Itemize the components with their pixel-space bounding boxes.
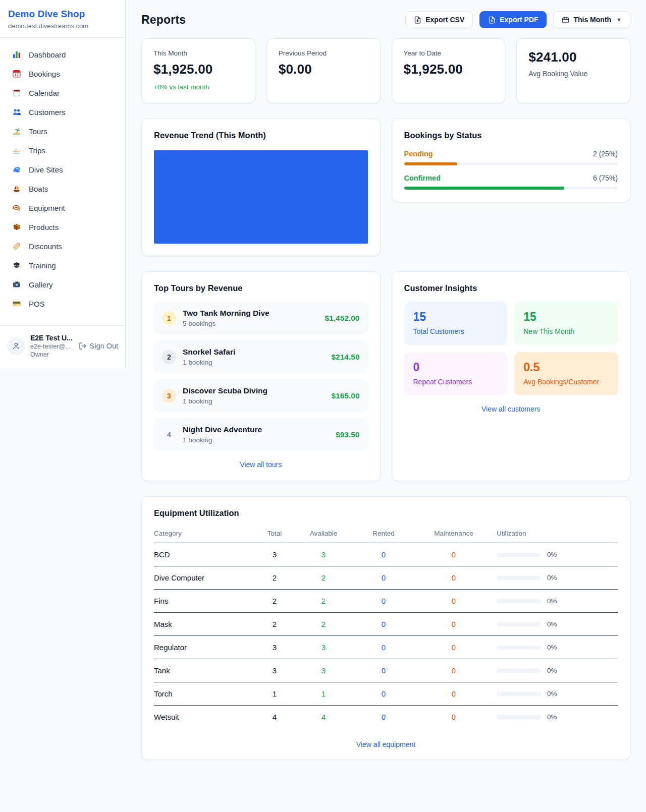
sidebar-item-discounts[interactable]: Discounts xyxy=(6,237,119,256)
cell-available: 2 xyxy=(291,597,356,605)
sidebar-item-label: Equipment xyxy=(29,204,65,212)
sidebar-item-label: Tours xyxy=(29,127,47,136)
file-download-icon xyxy=(414,16,421,24)
sidebar-item-tours[interactable]: Tours xyxy=(6,122,119,141)
rank-badge: 1 xyxy=(162,311,176,325)
tile-value: 15 xyxy=(413,310,499,324)
utilization-bar xyxy=(497,646,541,650)
sidebar-item-boats[interactable]: Boats xyxy=(6,179,119,198)
table-row: Torch 1 1 0 0 0% xyxy=(154,682,618,706)
cell-available: 2 xyxy=(291,620,356,628)
cell-total: 2 xyxy=(258,620,291,628)
tour-list-item: 4 Night Dive Adventure 1 booking $93.50 xyxy=(154,418,368,451)
palm-island-icon xyxy=(12,127,21,136)
sidebar-item-calendar[interactable]: Calendar xyxy=(6,83,119,102)
customer-insights-card: Customer Insights 15 Total Customers 15 … xyxy=(392,271,631,481)
tour-name: Night Dive Adventure xyxy=(183,425,329,434)
status-bar-fill xyxy=(404,162,458,165)
user-box: E2E Test U... e2e-tester@... Owner Sign … xyxy=(0,325,125,368)
cell-maintenance: 0 xyxy=(411,689,497,698)
status-row-pending: Pending 2 (25%) xyxy=(404,150,618,165)
sidebar-nav: Dashboard 17 Bookings Calendar Customers… xyxy=(0,38,125,318)
sidebar-rail: Demo Dive Shop demo.test.divestreams.com… xyxy=(0,0,126,368)
sidebar-item-dashboard[interactable]: Dashboard xyxy=(6,45,119,64)
table-row: BCD 3 3 0 0 0% xyxy=(154,543,618,566)
period-dropdown[interactable]: This Month ▼ xyxy=(553,11,630,28)
status-count: 6 (75%) xyxy=(593,174,618,182)
sidebar-item-bookings[interactable]: 17 Bookings xyxy=(6,64,119,83)
bookings-by-status-title: Bookings by Status xyxy=(404,131,618,140)
utilization-percent: 0% xyxy=(547,620,557,628)
package-icon xyxy=(12,222,21,231)
utilization-bar xyxy=(497,692,541,696)
view-all-customers-link[interactable]: View all customers xyxy=(404,405,618,413)
sidebar-item-dive-sites[interactable]: Dive Sites xyxy=(6,160,119,179)
revenue-trend-title: Revenue Trend (This Month) xyxy=(154,131,368,140)
utilization-percent: 0% xyxy=(547,574,557,582)
insight-tile-repeat-customers: 0 Repeat Customers xyxy=(404,352,508,395)
col-header-maintenance: Maintenance xyxy=(411,530,497,537)
shop-name: Demo Dive Shop xyxy=(8,9,117,20)
stat-label: Year to Date xyxy=(404,49,494,57)
sign-out-label: Sign Out xyxy=(90,342,118,350)
cell-available: 3 xyxy=(291,550,356,559)
cell-available: 3 xyxy=(291,666,356,675)
sidebar-item-equipment[interactable]: Equipment xyxy=(6,198,119,217)
export-pdf-button[interactable]: Export PDF xyxy=(479,11,547,28)
cell-rented: 0 xyxy=(356,643,411,652)
wave-icon xyxy=(12,165,21,174)
sidebar-item-gallery[interactable]: Gallery xyxy=(6,275,119,294)
cell-category: Fins xyxy=(154,597,258,605)
tour-bookings: 1 booking xyxy=(183,359,325,366)
sidebar-item-label: Bookings xyxy=(29,70,60,78)
dive-mask-icon xyxy=(12,203,21,212)
sidebar-item-training[interactable]: Training xyxy=(6,256,119,275)
export-csv-button[interactable]: Export CSV xyxy=(405,11,473,28)
cell-total: 3 xyxy=(258,643,291,652)
tour-bookings: 1 booking xyxy=(183,397,325,405)
cell-maintenance: 0 xyxy=(411,597,497,605)
equipment-utilization-title: Equipment Utilization xyxy=(154,508,618,518)
sidebar-item-pos[interactable]: POS xyxy=(6,294,119,313)
view-all-equipment-link[interactable]: View all equipment xyxy=(154,740,618,748)
utilization-bar xyxy=(497,553,541,557)
stat-delta: +0% vs last month xyxy=(153,83,243,91)
bookings-by-status-card: Bookings by Status Pending 2 (25%) Confi… xyxy=(392,119,631,202)
period-label: This Month xyxy=(573,16,611,24)
sidebar-item-customers[interactable]: Customers xyxy=(6,102,119,122)
equipment-table: Category Total Available Rented Maintena… xyxy=(154,526,618,728)
insight-tile-total-customers: 15 Total Customers xyxy=(404,302,508,345)
stat-label: This Month xyxy=(153,49,243,57)
stat-card-previous-period: Previous Period $0.00 xyxy=(266,38,381,103)
view-all-tours-link[interactable]: View all tours xyxy=(154,460,368,469)
user-role: Owner xyxy=(30,351,74,358)
user-email: e2e-tester@... xyxy=(30,343,74,350)
cell-category: Torch xyxy=(154,689,258,698)
tile-value: 15 xyxy=(523,310,609,324)
charts-row: Revenue Trend (This Month) Bookings by S… xyxy=(141,119,630,256)
utilization-bar xyxy=(497,576,541,580)
table-row: Regulator 3 3 0 0 0% xyxy=(154,636,618,659)
graduation-cap-icon xyxy=(12,261,21,270)
page-header: Reports Export CSV Export PDF This Month… xyxy=(141,11,630,28)
sidebar-item-trips[interactable]: Trips xyxy=(6,141,119,160)
tile-label: Avg Bookings/Customer xyxy=(523,378,609,386)
file-download-icon xyxy=(488,16,496,24)
stats-row: This Month $1,925.00 +0% vs last month P… xyxy=(141,38,630,103)
tile-label: New This Month xyxy=(523,327,609,335)
cell-total: 1 xyxy=(258,689,291,698)
sidebar-item-label: Calendar xyxy=(29,89,60,97)
sidebar-header: Demo Dive Shop demo.test.divestreams.com xyxy=(0,0,125,38)
sidebar-item-products[interactable]: Products xyxy=(6,217,119,237)
cell-rented: 0 xyxy=(356,573,411,582)
stat-label: Previous Period xyxy=(279,49,368,57)
col-header-rented: Rented xyxy=(356,530,411,537)
insight-tile-new-this-month: 15 New This Month xyxy=(514,302,618,345)
sidebar-item-label: POS xyxy=(29,300,45,308)
cell-maintenance: 0 xyxy=(411,666,497,675)
rank-badge: 2 xyxy=(162,350,176,364)
sidebar-item-label: Dive Sites xyxy=(29,165,63,174)
sign-out-button[interactable]: Sign Out xyxy=(79,342,118,350)
sidebar-item-label: Dashboard xyxy=(29,50,66,59)
logout-icon xyxy=(79,342,87,350)
